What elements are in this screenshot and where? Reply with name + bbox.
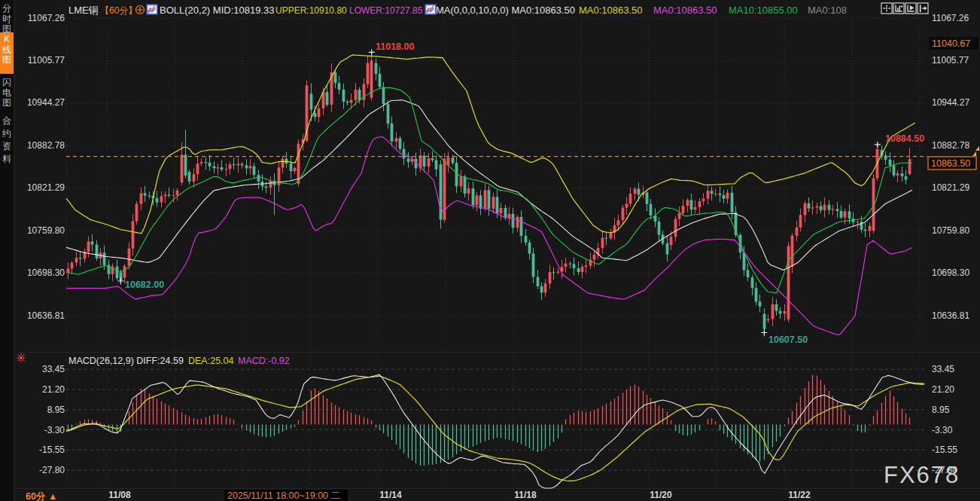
svg-text:LOWER:10727.85: LOWER:10727.85	[349, 5, 423, 16]
svg-text:【60分】: 【60分】	[100, 5, 137, 16]
svg-text:2025/11/11 18:00~19:00 二: 2025/11/11 18:00~19:00 二	[227, 490, 340, 501]
svg-text:10759.80: 10759.80	[932, 225, 969, 236]
svg-text:21.20: 21.20	[932, 384, 954, 395]
svg-text:分: 分	[2, 3, 11, 14]
svg-text:33.45: 33.45	[932, 364, 954, 374]
svg-text:10821.29: 10821.29	[932, 182, 969, 193]
svg-text:UPPER:10910.80: UPPER:10910.80	[275, 5, 347, 16]
svg-text:10944.27: 10944.27	[27, 97, 65, 108]
svg-text:8.95: 8.95	[932, 405, 950, 415]
svg-text:10863.50: 10863.50	[931, 158, 970, 169]
svg-text:MACD(26,12,9) DIFF:24.59: MACD(26,12,9) DIFF:24.59	[68, 356, 184, 366]
svg-text:LME铜: LME铜	[68, 5, 99, 16]
svg-text:时: 时	[2, 14, 11, 24]
svg-text:10636.81: 10636.81	[932, 310, 969, 321]
svg-text:线: 线	[2, 44, 11, 55]
svg-text:10636.81: 10636.81	[27, 310, 65, 321]
svg-text:-3.30: -3.30	[44, 425, 65, 435]
svg-text:10698.30: 10698.30	[932, 267, 969, 278]
svg-text:10682.00: 10682.00	[125, 280, 164, 290]
svg-text:8.95: 8.95	[47, 405, 65, 415]
svg-text:资: 资	[2, 141, 11, 151]
svg-text:11/18: 11/18	[514, 490, 537, 500]
svg-text:-3.30: -3.30	[932, 425, 953, 435]
svg-text:合: 合	[2, 115, 11, 126]
svg-text:闪: 闪	[2, 77, 11, 87]
svg-text:60分 ▲: 60分 ▲	[26, 491, 57, 501]
svg-text:图: 图	[2, 54, 11, 65]
svg-text:21.20: 21.20	[42, 384, 65, 395]
svg-text:10607.50: 10607.50	[768, 335, 808, 345]
svg-text:电: 电	[2, 87, 11, 98]
svg-text:-15.55: -15.55	[39, 444, 65, 455]
svg-text:约: 约	[2, 128, 11, 139]
svg-text:10821.29: 10821.29	[27, 182, 65, 193]
svg-text:11/08: 11/08	[108, 490, 131, 500]
svg-text:-27.80: -27.80	[39, 465, 65, 475]
svg-text:10882.78: 10882.78	[932, 140, 969, 151]
svg-text:料: 料	[2, 154, 11, 164]
svg-text:图: 图	[2, 97, 11, 108]
svg-text:11067.26: 11067.26	[28, 13, 65, 23]
svg-text:11005.77: 11005.77	[28, 55, 65, 66]
svg-text:MA10:10855.00: MA10:10855.00	[729, 5, 798, 16]
svg-text:11067.26: 11067.26	[932, 13, 969, 23]
svg-text:MA0:10863.50: MA0:10863.50	[579, 5, 643, 16]
svg-text:BOLL(20,2) MID:10819.33: BOLL(20,2) MID:10819.33	[160, 5, 274, 16]
svg-text:图: 图	[2, 23, 11, 34]
svg-text:-27.80: -27.80	[932, 465, 957, 475]
svg-text:MA0:10863.50: MA0:10863.50	[653, 5, 717, 16]
svg-text:DEA:25.04: DEA:25.04	[188, 356, 234, 366]
svg-text:K: K	[4, 34, 10, 44]
svg-text:10698.30: 10698.30	[27, 267, 65, 278]
svg-text:11018.00: 11018.00	[376, 41, 414, 52]
svg-text:11040.67: 11040.67	[932, 38, 970, 49]
svg-text:11/22: 11/22	[788, 490, 811, 500]
svg-text:MACD:-0.92: MACD:-0.92	[238, 356, 290, 366]
svg-text:MA(0,0,0,10,0,0) MA0:10863.50: MA(0,0,0,10,0,0) MA0:10863.50	[436, 5, 575, 16]
svg-text:MA0:108: MA0:108	[808, 5, 847, 16]
svg-text:10944.27: 10944.27	[932, 97, 969, 108]
svg-text:11005.77: 11005.77	[932, 55, 969, 66]
svg-text:10759.80: 10759.80	[27, 225, 65, 236]
svg-text:11/14: 11/14	[379, 490, 402, 500]
svg-text:-15.55: -15.55	[932, 444, 957, 455]
svg-text:33.45: 33.45	[42, 364, 65, 374]
svg-text:10884.50: 10884.50	[885, 133, 924, 144]
svg-text:11/20: 11/20	[650, 490, 672, 500]
svg-text:10882.78: 10882.78	[27, 140, 65, 151]
